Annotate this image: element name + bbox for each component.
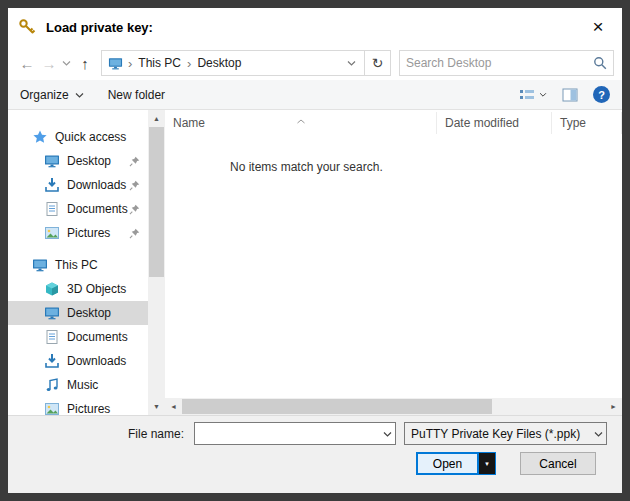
- sidebar-label: Desktop: [67, 154, 111, 168]
- scroll-down-icon[interactable]: ▼: [148, 398, 165, 415]
- this-pc-icon: [108, 56, 123, 71]
- documents-icon: [44, 201, 60, 217]
- puttygen-key-icon: [18, 17, 38, 37]
- scroll-left-icon[interactable]: ◄: [165, 398, 182, 415]
- breadcrumb-separator: ›: [125, 56, 135, 71]
- desktop-icon: [44, 153, 60, 169]
- 3d-objects-icon: [44, 281, 60, 297]
- empty-message: No items match your search.: [230, 160, 383, 174]
- sidebar-label: Downloads: [67, 178, 126, 192]
- navigation-pane: Quick access Desktop Downloads: [8, 110, 148, 415]
- sort-ascending-icon: [296, 113, 305, 127]
- sidebar-item-3d-objects[interactable]: 3D Objects: [8, 277, 148, 301]
- sidebar-label: This PC: [55, 258, 98, 272]
- sidebar-item-documents-quick[interactable]: Documents: [8, 197, 148, 221]
- horizontal-scrollbar[interactable]: ◄ ►: [165, 398, 622, 415]
- refresh-button[interactable]: ↻: [365, 50, 391, 76]
- pin-icon: [129, 228, 140, 239]
- load-private-key-dialog: Load private key: × ← → ↑ › This PC › De…: [8, 8, 622, 493]
- open-split-button: Open ▼: [416, 452, 496, 475]
- preview-pane-button[interactable]: [562, 88, 578, 102]
- sidebar-section-gap: [8, 245, 148, 253]
- scrollbar-thumb[interactable]: [149, 127, 164, 277]
- search-icon[interactable]: [593, 56, 607, 70]
- column-header-name[interactable]: Name: [165, 112, 437, 134]
- chevron-down-icon: [75, 92, 84, 98]
- file-name-dropdown-icon[interactable]: [379, 431, 395, 437]
- scroll-up-icon[interactable]: ▲: [148, 110, 165, 127]
- history-dropdown-icon[interactable]: [60, 60, 72, 66]
- pictures-icon: [44, 225, 60, 241]
- organize-label: Organize: [20, 88, 69, 102]
- sidebar-item-desktop-quick[interactable]: Desktop: [8, 149, 148, 173]
- change-view-button[interactable]: [519, 88, 547, 102]
- help-button[interactable]: ?: [593, 86, 610, 103]
- column-header-date-modified[interactable]: Date modified: [437, 112, 552, 134]
- sidebar-label: Documents: [67, 330, 128, 344]
- sidebar-label: Quick access: [55, 130, 126, 144]
- dialog-body: Quick access Desktop Downloads: [8, 110, 622, 415]
- forward-button[interactable]: →: [38, 51, 60, 75]
- pin-icon: [129, 180, 140, 191]
- breadcrumb-separator: ›: [184, 56, 194, 71]
- open-dropdown-button[interactable]: ▼: [479, 452, 496, 475]
- new-folder-button[interactable]: New folder: [108, 88, 165, 102]
- details-view-icon: [519, 88, 535, 102]
- column-headers: Name Date modified Type: [165, 112, 622, 134]
- downloads-icon: [44, 353, 60, 369]
- star-icon: [32, 129, 48, 145]
- sidebar-item-desktop[interactable]: Desktop: [8, 301, 148, 325]
- file-type-value: PuTTY Private Key Files (*.ppk): [411, 427, 590, 441]
- sidebar-item-pictures[interactable]: Pictures: [8, 397, 148, 415]
- preview-pane-icon: [562, 88, 578, 102]
- address-bar[interactable]: › This PC › Desktop: [101, 50, 365, 76]
- sidebar-item-this-pc[interactable]: This PC: [8, 253, 148, 277]
- close-button[interactable]: ×: [584, 13, 612, 41]
- toolbar-right-group: ?: [519, 86, 610, 103]
- documents-icon: [44, 329, 60, 345]
- computer-icon: [32, 257, 48, 273]
- sidebar-scrollbar[interactable]: ▲ ▼: [148, 110, 165, 415]
- search-box: [399, 50, 614, 76]
- up-button[interactable]: ↑: [74, 51, 96, 75]
- pictures-icon: [44, 401, 60, 415]
- window-title: Load private key:: [46, 20, 153, 35]
- sidebar-label: Downloads: [67, 354, 126, 368]
- file-type-dropdown-icon: [590, 431, 606, 437]
- sidebar-item-pictures-quick[interactable]: Pictures: [8, 221, 148, 245]
- navigation-bar: ← → ↑ › This PC › Desktop ↻: [8, 46, 622, 80]
- sidebar-label: Documents: [67, 202, 128, 216]
- sidebar-item-documents[interactable]: Documents: [8, 325, 148, 349]
- file-name-row: File name: PuTTY Private Key Files (*.pp…: [8, 422, 622, 445]
- breadcrumb-this-pc[interactable]: This PC: [135, 56, 184, 70]
- breadcrumb-desktop[interactable]: Desktop: [194, 56, 244, 70]
- cancel-button[interactable]: Cancel: [520, 452, 596, 475]
- sidebar-item-music[interactable]: Music: [8, 373, 148, 397]
- pin-icon: [129, 204, 140, 215]
- scrollbar-thumb[interactable]: [182, 399, 492, 414]
- command-toolbar: Organize New folder ?: [8, 80, 622, 110]
- desktop-background: Load private key: × ← → ↑ › This PC › De…: [0, 0, 630, 501]
- sidebar-item-downloads-quick[interactable]: Downloads: [8, 173, 148, 197]
- search-input[interactable]: [406, 56, 589, 70]
- scroll-right-icon[interactable]: ►: [605, 398, 622, 415]
- sidebar-label: Pictures: [67, 402, 110, 415]
- file-name-combobox: [194, 422, 396, 445]
- sidebar-label: Pictures: [67, 226, 110, 240]
- organize-button[interactable]: Organize: [20, 88, 84, 102]
- dialog-footer: File name: PuTTY Private Key Files (*.pp…: [8, 415, 622, 493]
- file-name-input[interactable]: [195, 423, 379, 444]
- sidebar-item-downloads[interactable]: Downloads: [8, 349, 148, 373]
- sidebar-label: 3D Objects: [67, 282, 126, 296]
- address-dropdown-icon[interactable]: [345, 60, 358, 66]
- file-name-label: File name:: [128, 427, 184, 441]
- column-header-type[interactable]: Type: [552, 112, 622, 134]
- back-button[interactable]: ←: [16, 51, 38, 75]
- desktop-icon: [44, 305, 60, 321]
- column-label: Name: [173, 116, 205, 130]
- sidebar-item-quick-access[interactable]: Quick access: [8, 125, 148, 149]
- file-type-dropdown[interactable]: PuTTY Private Key Files (*.ppk): [404, 422, 607, 445]
- open-button[interactable]: Open: [416, 452, 479, 475]
- sidebar-label: Music: [67, 378, 98, 392]
- pin-icon: [129, 156, 140, 167]
